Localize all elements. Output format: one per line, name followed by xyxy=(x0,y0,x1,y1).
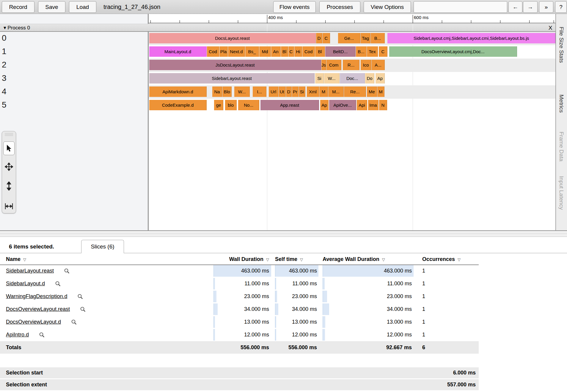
sort-icon[interactable]: ▽ xyxy=(300,257,303,262)
trace-slice[interactable]: ApiOve... xyxy=(329,100,356,110)
trace-slice[interactable]: D xyxy=(286,86,292,97)
trace-slice[interactable]: A... xyxy=(372,60,385,70)
trace-slice[interactable]: Cod xyxy=(302,46,315,57)
trace-slice[interactable]: C xyxy=(379,46,387,57)
trace-slice[interactable]: Ima xyxy=(368,100,378,110)
trace-slice[interactable]: M xyxy=(319,86,328,97)
trace-slice[interactable]: Bs_ xyxy=(245,46,259,57)
trace-slice[interactable]: N xyxy=(379,100,387,110)
column-header-average-wall-duration[interactable]: Average Wall Duration▽ xyxy=(323,254,385,264)
record-button[interactable]: Record xyxy=(2,1,34,13)
trace-slice[interactable]: Ut xyxy=(279,86,286,97)
trace-slice[interactable]: Hi xyxy=(294,46,302,57)
trace-slice[interactable]: JsDocsLayout.reast xyxy=(149,60,321,70)
slice-name-link[interactable]: WarningFlagDescription.d xyxy=(6,293,67,300)
magnifier-icon[interactable] xyxy=(80,306,86,312)
trace-slice[interactable]: SidebarLayout.reast xyxy=(149,73,315,84)
magnifier-icon[interactable] xyxy=(39,332,45,338)
trace-slice[interactable]: Js xyxy=(321,60,326,70)
trace-slice[interactable]: Bl xyxy=(281,46,288,57)
trace-slice[interactable]: No... xyxy=(238,100,259,110)
trace-slice[interactable]: Si xyxy=(315,73,324,84)
timeline-pane[interactable]: 400 ms600 ms DocsLayout.reastDCGe...TagB… xyxy=(149,14,555,230)
trace-slice[interactable]: Ap xyxy=(320,100,329,110)
trace-slice[interactable]: B... xyxy=(371,33,385,43)
zoom-tool-button[interactable] xyxy=(3,179,15,193)
magnifier-icon[interactable] xyxy=(71,319,77,325)
trace-slice[interactable]: Pr xyxy=(292,86,299,97)
trace-slice[interactable]: Tag xyxy=(361,33,370,43)
trace-slice[interactable]: blo xyxy=(225,100,237,110)
trace-slice[interactable]: ApiMarkdown.d xyxy=(149,86,207,97)
magnifier-icon[interactable] xyxy=(77,294,83,300)
trace-slice[interactable]: Si xyxy=(299,86,305,97)
find-previous-button[interactable]: ← xyxy=(508,1,522,13)
pan-tool-button[interactable] xyxy=(3,160,15,174)
trace-slice[interactable]: DocsLayout.reast xyxy=(149,33,316,43)
trace-slice[interactable]: Pla xyxy=(219,46,228,57)
sort-icon[interactable]: ▽ xyxy=(266,257,269,262)
help-button[interactable]: ? xyxy=(555,1,567,13)
slice-name-link[interactable]: DocsOverviewLayout.reast xyxy=(6,306,70,312)
trace-slice[interactable]: Url xyxy=(269,86,278,97)
slice-name-link[interactable]: SidebarLayout.d xyxy=(6,281,45,287)
slice-name-link[interactable]: SidebarLayout.reast xyxy=(6,268,54,274)
trace-slice[interactable]: C xyxy=(323,33,330,43)
trace-slice[interactable]: Me xyxy=(367,86,377,97)
trace-slice[interactable]: R... xyxy=(343,60,359,70)
side-tab-metrics[interactable]: Metrics xyxy=(558,95,565,113)
slice-name-link[interactable]: DocsOverviewLayout.d xyxy=(6,319,61,325)
trace-slice[interactable]: BeltD... xyxy=(325,46,356,57)
tab-slices[interactable]: Slices (6) xyxy=(81,240,124,253)
trace-slice[interactable]: W... xyxy=(324,73,340,84)
trace-slice[interactable]: Bl xyxy=(315,46,325,57)
flow-events-button[interactable]: Flow events xyxy=(273,1,316,13)
side-tab-input-latency[interactable]: Input Latency xyxy=(558,176,565,210)
sort-icon[interactable]: ▽ xyxy=(382,257,385,262)
magnifier-icon[interactable] xyxy=(64,268,70,274)
trace-slice[interactable]: Do xyxy=(365,73,374,84)
trace-slice[interactable]: Md xyxy=(259,46,271,57)
trace-slice[interactable]: SidebarLayout.cmj,SidebarLayout.cmi,Side… xyxy=(387,33,555,43)
column-header-wall-duration[interactable]: Wall Duration▽ xyxy=(213,254,269,264)
more-options-button[interactable]: » xyxy=(539,1,553,13)
side-tab-frame-data[interactable]: Frame Data xyxy=(558,132,565,161)
sort-icon[interactable]: ▽ xyxy=(23,257,26,262)
trace-slice[interactable]: I... xyxy=(253,86,266,97)
trace-slice[interactable]: Next.d xyxy=(228,46,245,57)
sort-icon[interactable]: ▽ xyxy=(458,257,461,262)
pane-resize-splitter[interactable] xyxy=(0,230,567,237)
trace-slice[interactable]: DocsOverviewLayout.cmj,Doc... xyxy=(389,46,517,57)
palette-drag-handle[interactable] xyxy=(5,133,13,136)
trace-slice[interactable]: Ico xyxy=(361,60,371,70)
trace-slice[interactable]: Tex xyxy=(367,46,378,57)
trace-slice[interactable]: ge xyxy=(214,100,223,110)
process-header[interactable]: ▾ Process 0 X xyxy=(0,24,555,32)
timing-tool-button[interactable] xyxy=(3,199,15,213)
trace-slice[interactable]: D xyxy=(316,33,322,43)
slice-name-link[interactable]: ApiIntro.d xyxy=(6,332,29,338)
trace-slice[interactable]: Doc... xyxy=(340,73,365,84)
trace-slice[interactable]: Api xyxy=(357,100,367,110)
trace-slice[interactable]: MainLayout.d xyxy=(149,46,207,57)
trace-slice[interactable]: Re... xyxy=(344,86,366,97)
trace-slice[interactable]: W... xyxy=(234,86,250,97)
column-header-self-time[interactable]: Self time▽ xyxy=(275,254,303,264)
search-input[interactable] xyxy=(414,1,507,13)
collapse-arrow-icon[interactable]: ▾ xyxy=(4,25,6,31)
save-button[interactable]: Save xyxy=(38,1,65,13)
trace-slice[interactable]: Ge... xyxy=(338,33,360,43)
trace-slice[interactable]: Xml xyxy=(307,86,319,97)
find-next-button[interactable]: → xyxy=(523,1,538,13)
side-tab-file-size-stats[interactable]: File Size Stats xyxy=(558,27,565,63)
column-header-name[interactable]: Name▽ xyxy=(6,254,26,264)
trace-slice[interactable]: An xyxy=(271,46,281,57)
trace-slice[interactable]: CodeExample.d xyxy=(149,100,207,110)
trace-slice[interactable]: App.reast xyxy=(260,100,319,110)
processes-button[interactable]: Processes xyxy=(319,1,360,13)
process-close-button[interactable]: X xyxy=(546,24,554,32)
select-tool-button[interactable] xyxy=(3,141,15,155)
trace-slice[interactable]: Na xyxy=(212,86,222,97)
trace-slice[interactable]: B... xyxy=(356,46,367,57)
load-button[interactable]: Load xyxy=(69,1,96,13)
